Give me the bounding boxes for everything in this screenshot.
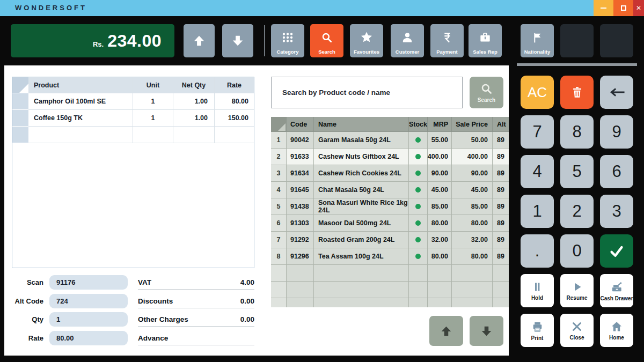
resume-button[interactable]: Resume <box>560 274 594 307</box>
product-row-selected[interactable]: 2 91633 Cashew Nuts Giftbox 24L 400.00 4… <box>271 149 509 165</box>
col-mrp: MRP <box>428 117 452 132</box>
keypad-6-button[interactable]: 6 <box>600 155 633 188</box>
keypad-ac-button[interactable]: AC <box>521 76 554 109</box>
window-close-button[interactable]: ✕ <box>633 0 644 16</box>
products-page-up-button[interactable] <box>429 316 463 346</box>
cell-sale-price: 400.00 <box>452 149 493 165</box>
cell-name: Garam Masala 50g 24L <box>314 132 409 149</box>
keypad-top-divider <box>517 63 637 66</box>
cell-rate: 80.00 <box>215 93 254 110</box>
home-button[interactable]: Home <box>600 314 633 347</box>
arrow-up-icon <box>192 34 206 48</box>
close-x-icon <box>570 320 583 333</box>
search-go-button[interactable]: Search <box>470 77 503 108</box>
cell-stock <box>409 232 428 248</box>
cell-alt: 89 <box>493 215 509 232</box>
toolbar-customer-button[interactable]: Customer <box>391 24 424 57</box>
hold-button[interactable]: Hold <box>521 274 554 307</box>
keypad-9-button[interactable]: 9 <box>600 115 633 149</box>
row-number: 8 <box>271 248 287 265</box>
printer-icon <box>531 320 544 334</box>
close-button[interactable]: Close <box>560 314 594 347</box>
briefcase-icon <box>478 24 492 49</box>
qty-input[interactable]: 1 <box>49 312 128 327</box>
vat-value: 4.00 <box>240 278 254 286</box>
col-alt: Alt <box>493 117 509 132</box>
product-row[interactable]: 5 91438 Sona Masuri White Rice 1kg 24L 8… <box>271 198 509 215</box>
cell-mrp: 400.00 <box>428 149 452 165</box>
cell-sale-price: 90.00 <box>452 165 493 182</box>
arrow-down-icon <box>480 324 493 338</box>
row-number: 6 <box>271 215 287 232</box>
row-selector-cell <box>12 93 28 110</box>
cart-row[interactable]: Camphor Oil 100ml SE 1 1.00 80.00 <box>12 93 254 110</box>
keypad-7-button[interactable]: 7 <box>521 115 554 149</box>
col-name: Name <box>314 117 409 132</box>
product-row[interactable]: 8 91296 Tea Assam 100g 24L 80.00 80.00 8… <box>271 248 509 265</box>
cell-unit: 1 <box>133 93 173 110</box>
cell-name: Roasted Gram 200g 24L <box>314 232 409 248</box>
cell-rate: 150.00 <box>215 110 254 127</box>
cash-register-icon <box>610 280 624 294</box>
cart-scroll-down-button[interactable] <box>222 24 253 57</box>
cart-row-empty[interactable] <box>12 127 254 143</box>
keypad-2-button[interactable]: 2 <box>560 195 594 228</box>
backspace-arrow-icon <box>608 87 626 98</box>
scan-input[interactable]: 91176 <box>49 275 128 290</box>
product-search-input[interactable] <box>272 77 462 108</box>
keypad-decimal-button[interactable]: . <box>521 234 554 268</box>
keypad-3-button[interactable]: 3 <box>600 195 633 228</box>
row-number: 7 <box>271 232 287 248</box>
search-icon <box>320 24 334 49</box>
cell-sale-price: 32.00 <box>452 232 493 248</box>
in-stock-dot-icon <box>415 137 421 143</box>
keypad-5-button[interactable]: 5 <box>560 155 594 188</box>
keypad-0-button[interactable]: 0 <box>560 234 594 268</box>
window-minimize-button[interactable] <box>594 0 613 16</box>
cell-stock <box>409 248 428 265</box>
product-row[interactable]: 1 90042 Garam Masala 50g 24L 55.00 50.00… <box>271 132 509 149</box>
pause-icon <box>531 280 544 293</box>
cell-name: Cashew Rich Cookies 24L <box>314 165 409 182</box>
cell-sale-price: 45.00 <box>452 182 493 198</box>
cell-code: 91633 <box>287 149 314 165</box>
col-sale-price: Sale Price <box>452 117 493 132</box>
cart-select-all-cell[interactable] <box>12 77 28 93</box>
keypad-8-button[interactable]: 8 <box>560 115 594 149</box>
toolbar-favourites-button[interactable]: Favourites <box>350 24 383 57</box>
keypad-enter-button[interactable] <box>600 234 633 268</box>
product-row[interactable]: 3 91634 Cashew Rich Cookies 24L 90.00 90… <box>271 165 509 182</box>
cash-drawer-button[interactable]: Cash Drawer <box>600 274 633 307</box>
cell-stock <box>409 132 428 149</box>
product-row[interactable]: 7 91292 Roasted Gram 200g 24L 32.00 32.0… <box>271 232 509 248</box>
toolbar-sales-rep-button[interactable]: Sales Rep <box>469 24 502 57</box>
keypad-1-button[interactable]: 1 <box>521 195 554 228</box>
keypad-4-button[interactable]: 4 <box>521 155 554 188</box>
cell-stock <box>409 215 428 232</box>
alt-code-input[interactable]: 724 <box>49 294 128 308</box>
rate-input[interactable]: 80.00 <box>49 331 128 345</box>
window-maximize-button[interactable] <box>613 0 633 16</box>
toolbar-nationality-button[interactable]: Nationality <box>521 24 554 57</box>
cell-name: Tea Assam 100g 24L <box>314 248 409 265</box>
keypad-backspace-button[interactable] <box>600 76 633 109</box>
cell-mrp: 90.00 <box>428 165 452 182</box>
products-page-down-button[interactable] <box>470 316 503 346</box>
cell-alt: 89 <box>493 198 509 215</box>
toolbar-category-button[interactable]: Category <box>271 24 304 57</box>
product-row[interactable]: 4 91645 Chat Masala 50g 24L 45.00 45.00 … <box>271 182 509 198</box>
cell-code: 91645 <box>287 182 314 198</box>
cart-row[interactable]: Coffee 150g TK 1 1.00 150.00 <box>12 110 254 127</box>
products-select-all-cell[interactable] <box>271 117 287 132</box>
flag-icon <box>531 24 544 49</box>
cell-code: 91296 <box>287 248 314 265</box>
product-row[interactable]: 6 91303 Masoor Dal 500mg 24L 80.00 80.00… <box>271 215 509 232</box>
toolbar-search-button[interactable]: Search <box>310 24 343 57</box>
pos-app: { "titlebar": { "app_name": "WONDERSOFT"… <box>0 0 644 362</box>
row-number: 2 <box>271 149 287 165</box>
cart-scroll-up-button[interactable] <box>184 24 215 57</box>
cell-alt: 89 <box>493 182 509 198</box>
print-button[interactable]: Print <box>521 314 554 347</box>
toolbar-payment-button[interactable]: Payment <box>430 24 464 57</box>
keypad-clear-button[interactable] <box>560 76 594 109</box>
